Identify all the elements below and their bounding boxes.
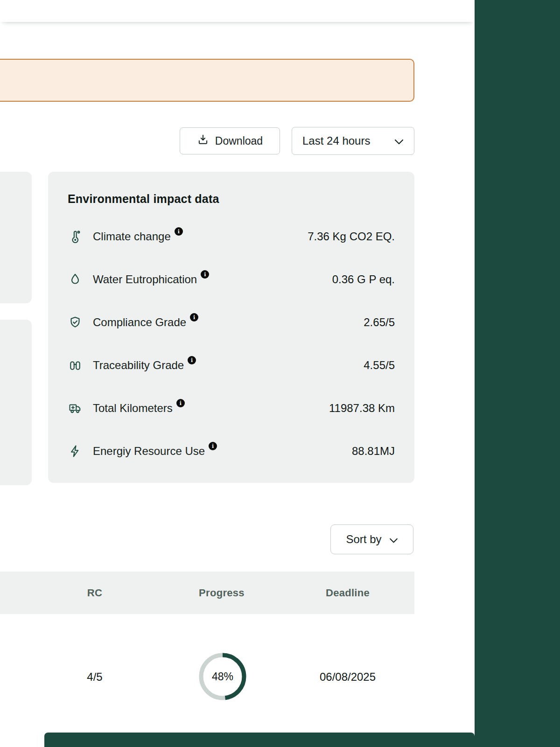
column-header-rc: RC: [62, 587, 127, 599]
impact-value: 7.36 Kg CO2 EQ.: [308, 230, 395, 243]
info-icon[interactable]: i: [176, 399, 185, 407]
impact-label: Water Eutrophication: [93, 273, 197, 286]
download-label: Download: [215, 135, 263, 147]
impact-row-compliance: Compliance Grade i 2.65/5: [68, 301, 395, 344]
time-range-value: Last 24 hours: [302, 134, 370, 147]
right-sidebar: [475, 0, 560, 747]
chevron-down-icon: [394, 134, 404, 147]
time-range-dropdown[interactable]: Last 24 hours: [292, 127, 414, 155]
progress-ring: 48%: [198, 652, 247, 701]
info-icon[interactable]: i: [188, 356, 196, 364]
impact-value: 88.81MJ: [352, 445, 395, 458]
download-button[interactable]: Download: [180, 127, 280, 154]
cell-rc: 4/5: [62, 670, 127, 684]
impact-row-kilometers: Total Kilometers i 11987.38 Km: [68, 387, 395, 430]
impact-row-climate: Climate change i 7.36 Kg CO2 EQ.: [68, 215, 395, 258]
cell-deadline: 06/08/2025: [310, 670, 385, 684]
thermometer-icon: [68, 229, 83, 244]
impact-row-energy: Energiy Resource Use i 88.81MJ: [68, 430, 395, 473]
column-header-progress: Progress: [184, 587, 259, 599]
partial-card-left-top: [0, 172, 32, 303]
partial-card-left-bottom: [0, 320, 32, 485]
bottom-panel: [44, 733, 475, 747]
info-icon[interactable]: i: [201, 270, 209, 279]
impact-label: Climate change: [93, 230, 171, 243]
truck-icon: [68, 401, 83, 416]
water-drop-icon: [68, 272, 83, 287]
column-header-deadline: Deadline: [310, 587, 385, 599]
sort-by-label: Sort by: [346, 533, 381, 546]
info-icon[interactable]: i: [175, 227, 183, 236]
top-header-bar: [0, 0, 475, 22]
impact-value: 4.55/5: [364, 359, 395, 372]
impact-label: Total Kilometers: [93, 402, 173, 415]
shield-check-icon: [68, 315, 83, 330]
panel-title: Environmental impact data: [68, 192, 395, 206]
impact-value: 0.36 G P eq.: [332, 273, 395, 286]
impact-label: Energiy Resource Use: [93, 445, 205, 458]
dashboard-page: Download Last 24 hours Environmental imp…: [0, 0, 560, 747]
sort-by-dropdown[interactable]: Sort by: [330, 524, 413, 554]
info-icon[interactable]: i: [190, 313, 198, 321]
lightning-icon: [68, 444, 83, 459]
impact-row-traceability: Traceability Grade i 4.55/5: [68, 344, 395, 387]
download-icon: [197, 133, 209, 148]
impact-label: Traceability Grade: [93, 359, 184, 372]
environmental-impact-panel: Environmental impact data Climate change…: [48, 172, 414, 483]
chevron-down-icon: [389, 533, 398, 546]
binoculars-icon: [68, 358, 83, 373]
progress-label: 48%: [198, 652, 247, 701]
notice-banner: [0, 59, 414, 102]
impact-row-water: Water Eutrophication i 0.36 G P eq.: [68, 258, 395, 301]
impact-value: 2.65/5: [364, 316, 395, 329]
impact-value: 11987.38 Km: [329, 402, 395, 415]
info-icon[interactable]: i: [209, 442, 217, 450]
impact-label: Compliance Grade: [93, 316, 186, 329]
